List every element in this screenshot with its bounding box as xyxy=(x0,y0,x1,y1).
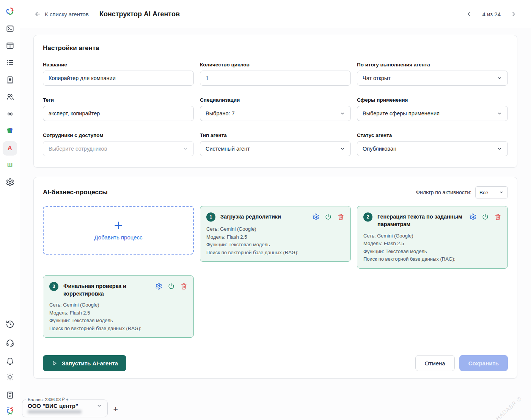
chevron-left-icon xyxy=(466,11,472,17)
sidebar-item-users[interactable] xyxy=(3,90,17,104)
add-org-button[interactable]: + xyxy=(111,404,121,414)
process-line: Модель: Flash 2.5 xyxy=(363,240,501,248)
back-label: К списку агентов xyxy=(45,11,89,17)
sidebar-item-company[interactable] xyxy=(3,72,17,87)
process-settings-button[interactable] xyxy=(155,283,162,290)
org-select[interactable]: ООО "ВИС центр" xyxy=(28,403,102,409)
name-label: Название xyxy=(43,62,194,68)
process-line: Сеть: Gemini (Google) xyxy=(363,232,501,240)
save-button[interactable]: Сохранить xyxy=(459,355,508,371)
sidebar-item-history[interactable] xyxy=(3,317,17,331)
process-card: 2 Генерация текста по заданным параметра… xyxy=(357,206,508,269)
sidebar-item-dashboard[interactable] xyxy=(3,38,17,53)
settings-title: Настройки агента xyxy=(43,44,508,52)
name-input[interactable] xyxy=(43,71,194,86)
processes-header: AI-бизнес-процессы Фильтр по активности:… xyxy=(43,186,508,198)
chevron-right-icon xyxy=(511,11,517,17)
cycles-input[interactable] xyxy=(200,71,351,86)
sidebar-item-agents[interactable]: A xyxy=(3,141,17,156)
tags-input[interactable] xyxy=(43,106,194,121)
sidebar-item-terminal[interactable] xyxy=(3,21,17,36)
top-bar: К списку агентов Конструктор AI Агентов … xyxy=(20,0,531,28)
gear-icon xyxy=(312,213,319,220)
sidebar-item-docs[interactable] xyxy=(3,388,17,402)
gear-icon xyxy=(6,178,14,187)
app-logo[interactable] xyxy=(3,4,17,18)
chevron-down-icon xyxy=(497,76,502,81)
process-line: Поиск по векторной базе данных (RAG): xyxy=(49,325,187,333)
process-line: Модель: Flash 2.5 xyxy=(49,309,187,317)
trash-icon xyxy=(337,213,344,220)
run-agent-button[interactable]: Запустить AI-агента xyxy=(43,355,126,371)
prev-page-button[interactable] xyxy=(466,11,472,17)
layout-icon xyxy=(6,41,14,50)
process-toggle-button[interactable] xyxy=(325,213,332,220)
agent-type-value: Системный агент xyxy=(206,146,250,152)
add-process-button[interactable]: Добавить процесс xyxy=(43,206,194,255)
back-button[interactable]: К списку агентов xyxy=(34,11,89,17)
power-icon xyxy=(482,213,489,220)
sidebar: A Ш xyxy=(0,0,20,420)
processes-panel: AI-бизнес-процессы Фильтр по активности:… xyxy=(33,177,517,379)
process-line: Сеть: Gemini (Google) xyxy=(206,225,344,233)
status-select[interactable]: Опубликован xyxy=(357,141,508,156)
filter-label: Фильтр по активности: xyxy=(416,189,471,195)
process-delete-button[interactable] xyxy=(180,283,187,290)
pagination: 4 из 24 xyxy=(466,11,517,17)
play-icon xyxy=(51,360,58,367)
filter-select[interactable]: Все xyxy=(475,186,508,198)
process-delete-button[interactable] xyxy=(494,213,501,220)
specializations-label: Специализации xyxy=(200,97,351,103)
process-delete-button[interactable] xyxy=(337,213,344,220)
stack-color-icon xyxy=(6,126,14,135)
on-complete-value: Чат открыт xyxy=(363,75,391,81)
process-title: Генерация текста по заданным параметрам xyxy=(377,213,465,228)
sidebar-item-list[interactable] xyxy=(3,55,17,69)
process-settings-button[interactable] xyxy=(469,213,476,220)
app-logo-icon xyxy=(6,7,14,16)
list-icon xyxy=(6,58,14,67)
app-logo-bottom[interactable] xyxy=(3,403,17,418)
add-process-label: Добавить процесс xyxy=(94,234,142,241)
sidebar-item-theme[interactable] xyxy=(3,370,17,384)
field-name: Название xyxy=(43,62,194,86)
employees-select[interactable]: Выберите сотрудников xyxy=(43,141,194,156)
spheres-value: Выберите сферы применения xyxy=(363,110,440,116)
process-toggle-button[interactable] xyxy=(168,283,175,290)
process-toggle-button[interactable] xyxy=(482,213,489,220)
sidebar-item-knowledge[interactable] xyxy=(3,123,17,138)
letter-a-icon: A xyxy=(8,145,12,152)
next-page-button[interactable] xyxy=(511,11,517,17)
balance-label[interactable]: Баланс: 2336.03 ₽ + xyxy=(26,397,70,402)
process-settings-button[interactable] xyxy=(312,213,319,220)
gear-icon xyxy=(155,283,162,290)
agent-type-select[interactable]: Системный агент xyxy=(200,141,351,156)
sidebar-item-integrations[interactable] xyxy=(3,107,17,121)
process-title: Загрузка редполитики xyxy=(220,213,308,220)
spheres-select[interactable]: Выберите сферы применения xyxy=(357,106,508,121)
sidebar-item-sh[interactable]: Ш xyxy=(3,157,17,172)
headphones-icon xyxy=(6,338,14,347)
chevron-down-icon xyxy=(340,146,345,151)
watermark: HADABR © xyxy=(495,395,523,420)
process-number-badge: 2 xyxy=(363,212,372,222)
sidebar-item-support[interactable] xyxy=(3,335,17,350)
field-cycles: Количество циклов xyxy=(200,62,351,86)
process-line: Функции: Текстовая модель xyxy=(206,241,344,249)
on-complete-label: По итогу выполнения агента xyxy=(357,62,508,68)
process-line: Функции: Текстовая модель xyxy=(363,248,501,256)
bell-icon xyxy=(6,357,14,366)
org-name: ООО "ВИС центр" xyxy=(28,403,78,409)
chevron-down-icon xyxy=(96,403,102,409)
cancel-button[interactable]: Отмена xyxy=(415,355,455,371)
plus-icon xyxy=(113,220,123,230)
letter-sh-icon: Ш xyxy=(7,162,13,168)
specializations-select[interactable]: Выбрано: 7 xyxy=(200,106,351,121)
process-line: Поиск по векторной базе данных (RAG): xyxy=(206,249,344,257)
trash-icon xyxy=(180,283,187,290)
sidebar-item-notifications[interactable] xyxy=(3,354,17,368)
sidebar-item-settings[interactable] xyxy=(3,175,17,189)
on-complete-select[interactable]: Чат открыт xyxy=(357,71,508,86)
pagination-text: 4 из 24 xyxy=(482,11,501,17)
field-spheres: Сферы применения Выберите сферы применен… xyxy=(357,97,508,121)
